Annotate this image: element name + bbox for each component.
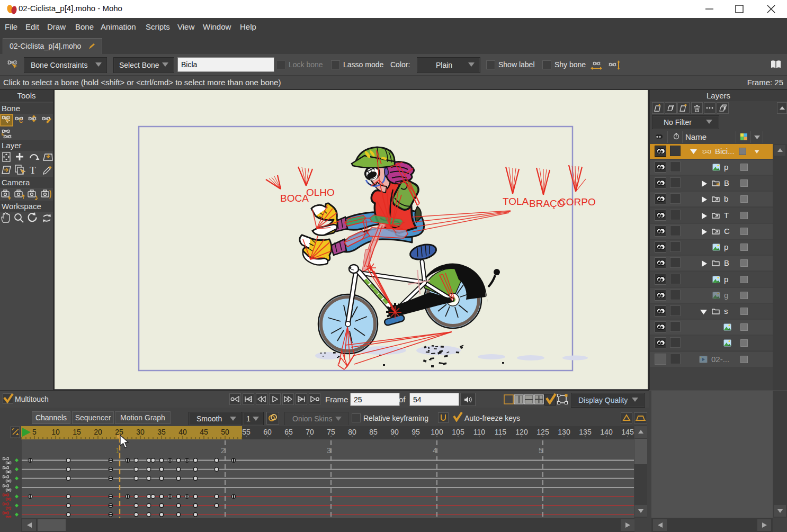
svg-text:5: 5 (539, 446, 543, 455)
svg-text:145: 145 (621, 428, 634, 436)
svg-text:35: 35 (157, 428, 166, 436)
svg-text:115: 115 (495, 428, 507, 436)
svg-text:30: 30 (136, 428, 145, 436)
svg-text:140: 140 (600, 428, 613, 436)
svg-text:125: 125 (536, 428, 549, 436)
svg-text:45: 45 (200, 428, 208, 436)
svg-text:TOLA: TOLA (503, 196, 529, 207)
svg-text:55: 55 (242, 428, 251, 436)
svg-text:110: 110 (473, 428, 486, 436)
svg-text:90: 90 (390, 428, 399, 436)
svg-text:65: 65 (284, 428, 293, 436)
svg-text:5: 5 (32, 428, 37, 436)
svg-text:10: 10 (51, 428, 60, 436)
svg-text:105: 105 (452, 428, 464, 436)
svg-text:C: C (19, 118, 23, 124)
svg-text:15: 15 (73, 428, 81, 436)
svg-text:120: 120 (515, 428, 528, 436)
svg-text:T: T (30, 165, 36, 176)
svg-text:80: 80 (348, 428, 356, 436)
svg-text:20: 20 (94, 428, 102, 436)
svg-text:135: 135 (579, 428, 592, 436)
svg-text:OLHO: OLHO (306, 187, 335, 198)
svg-text:CORPO: CORPO (559, 196, 596, 208)
svg-text:60: 60 (263, 428, 272, 436)
svg-text:4: 4 (433, 446, 437, 455)
svg-text:70: 70 (306, 428, 314, 436)
svg-text:2: 2 (221, 446, 225, 455)
svg-text:75: 75 (327, 428, 335, 436)
svg-text:130: 130 (558, 428, 570, 436)
svg-text:40: 40 (178, 428, 187, 436)
svg-text:100: 100 (431, 428, 443, 436)
svg-text:BOCA: BOCA (280, 193, 309, 204)
svg-text:85: 85 (369, 428, 378, 436)
svg-text:50: 50 (221, 428, 229, 436)
svg-text:3: 3 (327, 446, 331, 455)
svg-text:95: 95 (412, 428, 420, 436)
